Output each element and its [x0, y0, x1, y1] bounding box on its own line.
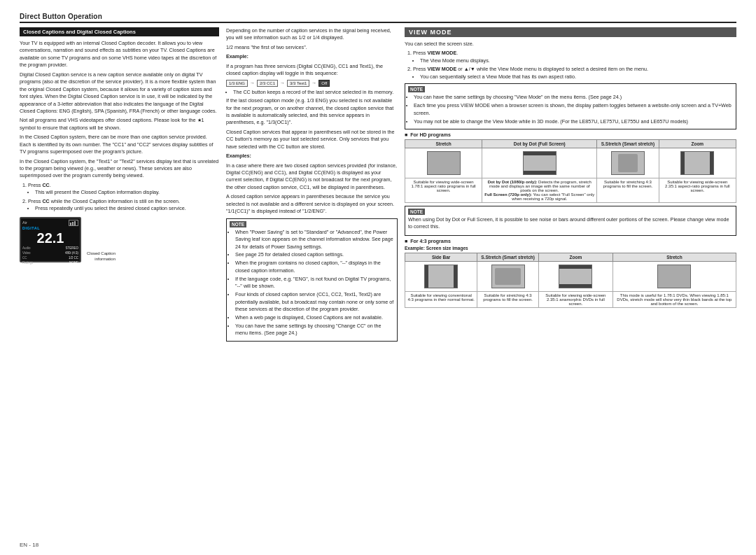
sd-desc-sstretch: Suitable for stretching 4:3 programs to …	[477, 291, 539, 307]
cc-step-1: Press CC. This will present the Closed C…	[28, 182, 219, 197]
view-note-title: NOTE	[408, 86, 425, 92]
view-note-1: You can have the same settings by choosi…	[414, 94, 733, 101]
sd-desc-row: Suitable for viewing conventional 4:3 pr…	[405, 291, 736, 307]
hd-preview-row	[405, 148, 736, 178]
mid-cc-note-1: The CC button keeps a record of the last…	[233, 89, 398, 96]
view-note-2: Each time you press VIEW MODE when a bro…	[414, 102, 733, 117]
sd-programs-table: Side Bar S.Stretch (Smart stretch) Zoom …	[405, 253, 736, 308]
hd-note-box: NOTE When using Dot by Dot or Full Scree…	[405, 206, 736, 236]
seq-arrow-2: →	[280, 80, 285, 85]
cc-step-1-sub: This will present the Closed Caption inf…	[35, 189, 219, 196]
page-number: EN - 18	[20, 542, 38, 548]
sd-zoom-preview	[559, 265, 592, 288]
tv-channel-number: 22.1	[22, 231, 78, 245]
view-step-2-sub: You can sequentially select a View Mode …	[420, 73, 736, 80]
svg-rect-2	[74, 221, 76, 225]
tv-display-area: Air DIGITAL 22.1 Audio	[20, 217, 219, 262]
sd-desc-zoom: Suitable for viewing wide-screen 2.35:1 …	[538, 291, 612, 307]
cc-highlight-header: Closed Captions and Digital Closed Capti…	[20, 27, 219, 36]
sd-col-sidebar: Side Bar	[405, 253, 477, 261]
cc-step-2: Press CC while the Closed Caption inform…	[28, 198, 219, 213]
mid-examples-text2: A closed caption service appears in pare…	[226, 193, 398, 215]
hd-preview-sstretch	[597, 148, 659, 178]
tv-signal-icon	[69, 220, 78, 226]
sd-preview-sidebar	[405, 261, 477, 291]
hd-desc-stretch: Suitable for viewing wide-screen 1.78:1 …	[405, 178, 482, 202]
seq-arrow-1: →	[250, 80, 255, 85]
sd-col-stretch: Stretch	[612, 253, 736, 261]
cc-para-5: In the Closed Caption system, the "Text1…	[20, 158, 219, 180]
cc-step-2-sub: Press repeatedly until you select the de…	[35, 205, 219, 212]
hd-preview-stretch	[405, 148, 482, 178]
mid-not-stored: Closed Caption services that appear in p…	[226, 129, 398, 150]
view-intro: You can select the screen size.	[405, 41, 736, 48]
hd-preview-dotbydot	[482, 148, 597, 178]
sd-preview-row	[405, 261, 736, 291]
tv-status-info: Audio STEREO Video 480i (4:3) CC 1/2 CC	[22, 246, 78, 266]
sd-example-label: Example: Screen size images	[405, 246, 736, 251]
mid-note-box: NOTE When "Power Saving" is set to "Stan…	[226, 218, 398, 342]
seq-arrow-3: →	[312, 80, 316, 85]
hd-section-header: For HD programs	[405, 132, 736, 137]
seq-box-off: Off	[318, 80, 330, 87]
svg-rect-0	[70, 223, 71, 225]
view-step-1: Press VIEW MODE. The View Mode menu disp…	[413, 50, 736, 64]
mid-note-item-1: When "Power Saving" is set to "Standard"…	[235, 229, 394, 251]
mid-cc-notes: The CC button keeps a record of the last…	[226, 89, 398, 96]
middle-column: Depending on the number of caption servi…	[226, 27, 398, 344]
left-column: Closed Captions and Digital Closed Capti…	[20, 27, 219, 344]
sd-preview-sstretch	[477, 261, 539, 291]
mid-note-item-6: When a web page is displayed, Closed Cap…	[235, 314, 394, 321]
mid-note-item-3: When the program contains no closed capt…	[235, 260, 394, 274]
mid-note-item-5: Four kinds of closed caption service (CC…	[235, 291, 394, 313]
sd-preview-stretch	[612, 261, 736, 291]
tv-audio-label: Audio	[22, 246, 31, 251]
view-mode-header: VIEW MODE	[405, 27, 736, 37]
tv-digital-label: DIGITAL	[22, 226, 78, 230]
right-column: VIEW MODE You can select the screen size…	[405, 27, 736, 344]
view-step-1-sub: The View Mode menu displays.	[420, 57, 736, 64]
tv-ratings-val: NONE	[69, 260, 78, 265]
cc-para-4: In the Closed Caption system, there can …	[20, 134, 219, 155]
tv-audio-val: STEREO	[65, 246, 78, 251]
cc-sequence-diagram: 1/3 ENG → 2/3 CC1 → 3/3 Text1 → Off	[226, 80, 398, 87]
sd-sstretch-preview	[491, 265, 525, 288]
svg-rect-1	[72, 222, 74, 225]
mid-para-1: Depending on the number of caption servi…	[226, 27, 398, 42]
seq-box-1: 1/3 ENG	[226, 80, 248, 87]
tv-illustration: Air DIGITAL 22.1 Audio	[20, 217, 81, 262]
hd-stretch-preview	[427, 151, 461, 175]
hd-desc-dotbydot: Dot by Dot (1080/p only): Detects the pr…	[482, 178, 597, 202]
page: Direct Button Operation Closed Captions …	[0, 0, 756, 555]
sd-col-sstretch: S.Stretch (Smart stretch)	[477, 253, 539, 261]
mid-note-list: When "Power Saving" is set to "Standard"…	[230, 229, 394, 337]
hd-preview-zoom	[659, 148, 736, 178]
hd-sstretch-preview	[611, 151, 645, 175]
mid-last-service: If the last closed caption mode (e.g. 1/…	[226, 97, 398, 127]
hd-desc-row: Suitable for viewing wide-screen 1.78:1 …	[405, 178, 736, 202]
hd-note-text: When using Dot by Dot or Full Screen, it…	[408, 216, 733, 231]
tv-cc-label: CC	[22, 255, 27, 260]
sd-col-zoom: Zoom	[538, 253, 612, 261]
tv-cc-val: 1/2 CC	[69, 255, 78, 260]
mid-note-item-7: You can have the same settings by choosi…	[235, 323, 394, 337]
tv-video-label: Video	[22, 251, 30, 255]
hd-programs-table: Stretch Dot by Dot (Full Screen) S.Stret…	[405, 139, 736, 203]
sd-sidebar-preview	[424, 265, 458, 288]
tv-air-label: Air	[22, 220, 27, 225]
view-step-2: Press VIEW MODE or ▲/▼ while the View Mo…	[413, 66, 736, 80]
section-title: Direct Button Operation	[20, 13, 736, 23]
mid-note-item-2: See page 25 for detailed closed caption …	[235, 251, 394, 258]
view-mode-steps: Press VIEW MODE. The View Mode menu disp…	[405, 50, 736, 80]
cc-para-2: Digital Closed Caption service is a new …	[20, 71, 219, 115]
hd-col-sstretch: S.Stretch (Smart stretch)	[597, 139, 659, 148]
sd-stretch-preview	[657, 265, 691, 288]
hd-desc-sstretch: Suitable for stretching 4:3 programs to …	[597, 178, 659, 202]
sd-desc-sidebar: Suitable for viewing conventional 4:3 pr…	[405, 291, 477, 307]
cc-para-3: Not all programs and VHS videotapes offe…	[20, 117, 219, 132]
cc-para-1: Your TV is equipped with an internal Clo…	[20, 40, 219, 69]
sd-preview-zoom	[538, 261, 612, 291]
view-note-3: You may not be able to change the View M…	[414, 118, 733, 125]
mid-para-2: 1/2 means "the first of two services".	[226, 44, 398, 51]
view-mode-note-box: NOTE You can have the same settings by c…	[405, 83, 736, 129]
